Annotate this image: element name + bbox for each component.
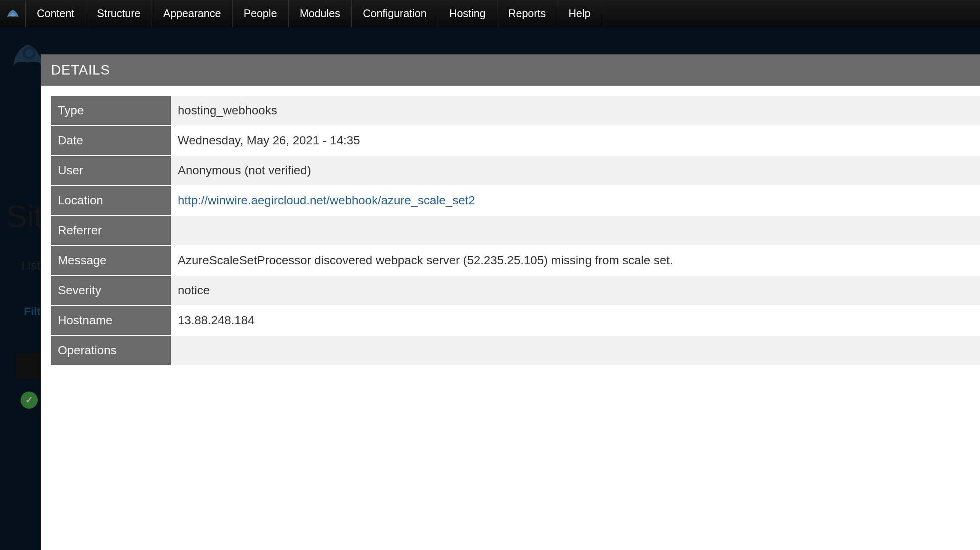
details-row-value: Wednesday, May 26, 2021 - 14:35 (171, 126, 980, 155)
location-link[interactable]: http://winwire.aegircloud.net/webhook/az… (178, 194, 475, 207)
details-row-label: Referrer (51, 215, 171, 245)
details-row-label: Type (51, 96, 171, 126)
details-row-value (171, 335, 980, 365)
details-modal: DETAILS Typehosting_webhooksDateWednesda… (41, 54, 980, 550)
details-table: Typehosting_webhooksDateWednesday, May 2… (51, 96, 980, 366)
details-row: Referrer (51, 215, 980, 245)
details-row: Locationhttp://winwire.aegircloud.net/we… (51, 185, 980, 215)
toolbar-item-configuration[interactable]: Configuration (352, 0, 438, 27)
details-row-label: Message (51, 245, 171, 275)
details-row-label: Date (51, 126, 171, 155)
toolbar-logo-icon[interactable] (0, 0, 26, 27)
details-row: UserAnonymous (not verified) (51, 155, 980, 185)
details-row-label: Severity (51, 275, 171, 305)
details-row-value: http://winwire.aegircloud.net/webhook/az… (171, 185, 980, 215)
details-row-value: hosting_webhooks (171, 96, 980, 126)
details-row-value: 13.88.248.184 (171, 305, 980, 335)
details-row-label: Operations (51, 335, 171, 365)
toolbar-item-reports[interactable]: Reports (497, 0, 558, 27)
details-row: Hostname13.88.248.184 (51, 305, 980, 335)
toolbar-item-hosting[interactable]: Hosting (438, 0, 497, 27)
toolbar-item-structure[interactable]: Structure (86, 0, 152, 27)
details-header: DETAILS (41, 54, 980, 86)
details-row-value: AzureScaleSetProcessor discovered webpac… (171, 245, 980, 275)
toolbar-item-people[interactable]: People (233, 0, 289, 27)
details-body: Typehosting_webhooksDateWednesday, May 2… (41, 86, 980, 550)
toolbar-item-content[interactable]: Content (26, 0, 86, 27)
details-row: Operations (51, 335, 980, 365)
toolbar-item-appearance[interactable]: Appearance (152, 0, 233, 27)
details-row: DateWednesday, May 26, 2021 - 14:35 (51, 126, 980, 155)
details-row: Typehosting_webhooks (51, 96, 980, 126)
toolbar-item-help[interactable]: Help (557, 0, 602, 27)
toolbar-item-modules[interactable]: Modules (289, 0, 352, 27)
details-row-value: notice (171, 275, 980, 305)
admin-toolbar: Content Structure Appearance People Modu… (0, 0, 980, 27)
details-row: MessageAzureScaleSetProcessor discovered… (51, 245, 980, 275)
details-row-label: User (51, 155, 171, 185)
aegir-logo-icon (5, 6, 21, 21)
details-row-label: Hostname (51, 305, 171, 335)
details-row-label: Location (51, 185, 171, 215)
details-row-value (171, 215, 980, 245)
details-row-value: Anonymous (not verified) (171, 155, 980, 185)
details-row: Severitynotice (51, 275, 980, 305)
